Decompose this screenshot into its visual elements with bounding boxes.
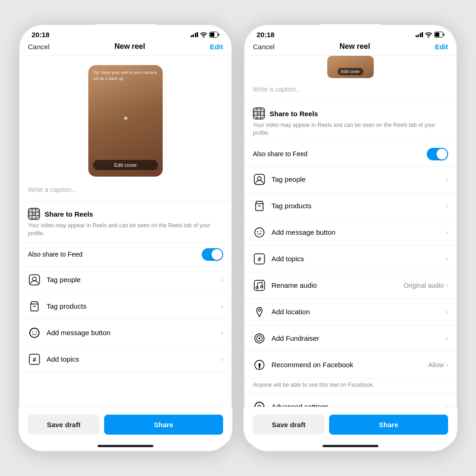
menu-item-tag-products-2[interactable]: Tag products › (244, 193, 457, 219)
edit-cover-label-2[interactable]: Edit cover (337, 68, 364, 75)
menu-item-add-message-2[interactable]: Add message button › (244, 219, 457, 246)
svg-point-38 (258, 309, 261, 311)
edit-cover-button-1[interactable]: Edit cover (93, 160, 158, 170)
cancel-button-2[interactable]: Cancel (253, 43, 275, 51)
svg-rect-19 (435, 33, 439, 37)
status-icons-1 (191, 32, 220, 38)
battery-icon-1 (209, 32, 219, 38)
nav-bar-1: Cancel New reel Edit (19, 40, 232, 56)
menu-item-rename-audio-2[interactable]: Rename audio Original audio › (244, 272, 457, 299)
video-preview-partial-2: Edit cover (244, 56, 457, 82)
topics-icon-2: # (253, 252, 266, 265)
share-to-reels-section-1: Share to Reels Your video may appear in … (19, 201, 232, 243)
tag-people-icon-2 (253, 173, 266, 186)
svg-point-36 (256, 286, 258, 289)
phone-2: 20:18 (244, 24, 457, 452)
page-title-1: New reel (114, 42, 145, 51)
status-time-1: 20:18 (32, 31, 49, 39)
svg-rect-1 (210, 33, 214, 37)
bottom-buttons-1: Save draft Share (19, 407, 232, 442)
edit-button-1[interactable]: Edit (210, 43, 223, 51)
tag-people-label-1: Tag people (46, 276, 221, 284)
menu-item-add-fundraiser-2[interactable]: Add Fundraiser › (244, 325, 457, 352)
menu-item-add-location-2[interactable]: Add location › (244, 299, 457, 325)
also-share-feed-label-1: Also share to Feed (28, 251, 83, 258)
share-to-reels-desc-2: Your video may appear in Reels and can b… (253, 121, 448, 137)
caption-field-2[interactable]: Write a caption... (244, 82, 457, 101)
message-icon-1 (28, 326, 41, 339)
share-to-reels-title-2: Share to Reels (270, 110, 318, 118)
add-fundraiser-label-2: Add Fundraiser (271, 334, 446, 342)
phone-notch-1 (95, 24, 156, 37)
chevron-tag-products-1: › (221, 302, 223, 311)
save-draft-button-2[interactable]: Save draft (253, 415, 324, 435)
wifi-icon-2 (425, 32, 432, 38)
share-button-2[interactable]: Share (329, 415, 448, 435)
tag-products-label-1: Tag products (46, 302, 221, 310)
nav-bar-2: Cancel New reel Edit (244, 40, 457, 56)
chevron-tag-people-2: › (446, 175, 448, 184)
save-draft-button-1[interactable]: Save draft (28, 415, 99, 435)
also-share-feed-row-1: Also share to Feed (19, 243, 232, 267)
chevron-add-location-2: › (446, 308, 448, 316)
share-to-reels-title-1: Share to Reels (45, 210, 93, 218)
chevron-recommend-facebook-2: › (446, 361, 448, 369)
video-thumb-partial-2: Edit cover (327, 56, 374, 78)
tag-people-icon-1 (28, 273, 41, 286)
menu-item-add-message-1[interactable]: Add message button › (19, 320, 232, 346)
reels-icon-1 (28, 208, 40, 220)
rename-audio-value-2: Original audio (403, 282, 443, 289)
recommend-facebook-label-2: Recommend on Facebook (271, 361, 428, 369)
menu-item-tag-products-1[interactable]: Tag products › (19, 293, 232, 320)
screen-content-2: Edit cover Write a caption... (244, 56, 457, 407)
chevron-rename-audio-2: › (446, 281, 448, 290)
chevron-add-message-2: › (446, 228, 448, 237)
advanced-settings-label-2: Advanced settings (271, 403, 446, 407)
page-title-2: New reel (339, 42, 370, 51)
also-share-feed-toggle-1[interactable] (202, 248, 223, 261)
screen-content-1: Tip: Save your reel to your camera roll … (19, 56, 232, 407)
also-share-feed-row-2: Also share to Feed (244, 142, 457, 166)
also-share-feed-toggle-2[interactable] (427, 148, 448, 160)
home-indicator-1 (98, 445, 153, 447)
svg-point-29 (258, 177, 261, 180)
menu-item-add-topics-2[interactable]: # Add topics › (244, 246, 457, 272)
phone-notch-2 (320, 24, 381, 37)
chevron-advanced-settings-2: › (446, 403, 448, 407)
svg-point-13 (30, 328, 39, 337)
add-message-label-1: Add message button (46, 329, 221, 337)
add-topics-label-2: Add topics (271, 255, 446, 263)
toggle-thumb-1 (212, 249, 222, 260)
caption-field-1[interactable]: Write a caption... (19, 182, 232, 201)
chevron-add-topics-2: › (446, 255, 448, 263)
rename-audio-label-2: Rename audio (271, 281, 403, 289)
menu-item-recommend-facebook-2[interactable]: Recommend on Facebook Allow › (244, 352, 457, 378)
cancel-button-1[interactable]: Cancel (28, 43, 50, 51)
menu-item-tag-people-1[interactable]: Tag people › (19, 267, 232, 293)
menu-item-advanced-settings-2[interactable]: Advanced settings › (244, 394, 457, 407)
svg-text:#: # (33, 356, 36, 363)
menu-item-add-topics-1[interactable]: # Add topics › (19, 346, 232, 373)
svg-point-23 (258, 113, 260, 114)
home-indicator-2 (323, 445, 378, 447)
audio-icon-2 (253, 279, 266, 292)
message-icon-2 (253, 226, 266, 239)
svg-point-30 (255, 228, 264, 237)
video-preview-1: Tip: Save your reel to your camera roll … (19, 56, 232, 182)
app-container: 20:18 (19, 24, 457, 452)
share-to-reels-section-2: Share to Reels Your video may appear in … (244, 101, 457, 142)
toggle-thumb-2 (436, 149, 447, 159)
svg-point-11 (33, 277, 36, 281)
facebook-subtext-2: Anyone will be able to see this reel on … (244, 378, 457, 394)
signal-icon-1 (191, 32, 198, 37)
status-icons-2 (416, 32, 445, 38)
bottom-buttons-2: Save draft Share (244, 407, 457, 442)
edit-button-2[interactable]: Edit (435, 43, 448, 51)
location-icon-2 (253, 305, 266, 318)
tag-products-label-2: Tag products (271, 202, 446, 210)
share-button-1[interactable]: Share (104, 415, 223, 435)
chevron-tag-products-2: › (446, 202, 448, 210)
also-share-feed-label-2: Also share to Feed (253, 150, 308, 158)
menu-item-tag-people-2[interactable]: Tag people › (244, 166, 457, 193)
phone-1: 20:18 (19, 24, 232, 452)
